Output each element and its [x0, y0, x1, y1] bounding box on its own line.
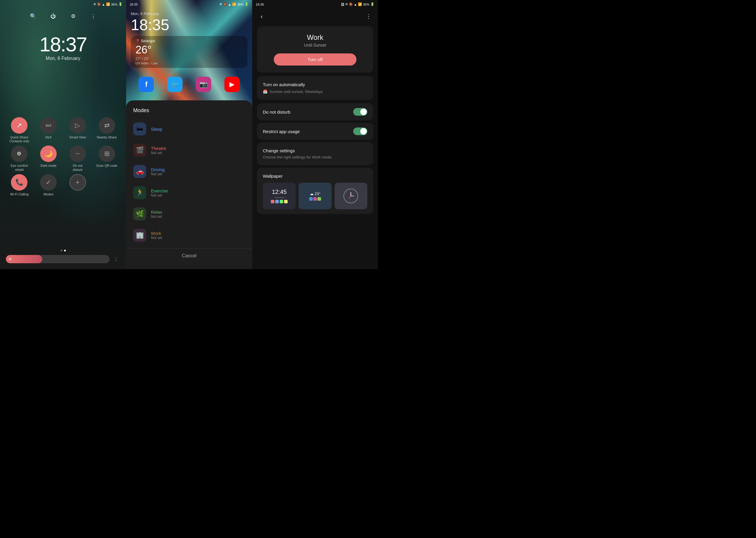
time-section: 18:37 Mon, 6 February: [0, 24, 126, 64]
quick-share-circle[interactable]: ↗: [11, 117, 28, 134]
facebook-icon: f: [145, 80, 147, 88]
control-quick-share[interactable]: ↗ Quick ShareContacts only: [6, 117, 33, 143]
mode-item-sleep[interactable]: 🛏 Sleep: [126, 118, 252, 139]
nearby-share-circle[interactable]: ⇄: [99, 117, 115, 134]
youtube-app-icon[interactable]: ▶: [224, 77, 240, 92]
wallpaper-analog-clock[interactable]: [335, 183, 367, 209]
auto-turn-on-section: Turn on automatically 📅 Sunrise until su…: [257, 76, 373, 100]
battery-3: 36%: [363, 3, 370, 6]
theatre-mode-status: Not set: [151, 151, 245, 155]
weather-wallpaper-text: ☁ 23°: [309, 191, 321, 196]
restrict-app-toggle[interactable]: [353, 128, 367, 135]
sleep-mode-name: Sleep: [151, 127, 245, 132]
control-modes[interactable]: ✓ Modes: [35, 174, 62, 196]
theatre-mode-text: Theatre Not set: [151, 146, 245, 155]
brightness-control[interactable]: ☀ ⋮: [6, 255, 120, 263]
battery-text: 36%: [111, 3, 118, 6]
brightness-menu-button[interactable]: ⋮: [112, 255, 120, 263]
add-icon: +: [76, 179, 80, 186]
control-dnd[interactable]: − Do notdisturb: [64, 145, 91, 172]
bluetooth-icon: ✲: [93, 2, 96, 6]
app-dot-3: [280, 200, 283, 203]
more-button[interactable]: ⋮: [88, 12, 98, 21]
brightness-fill: ☀: [6, 255, 42, 263]
control-smart-view[interactable]: ▷ Smart View: [64, 117, 91, 143]
mode-item-theatre[interactable]: 🎬 Theatre Not set: [126, 139, 252, 161]
twitter-icon: 🐦: [171, 81, 179, 88]
mute-icon-3: 🔕: [349, 2, 353, 6]
dex-circle[interactable]: DeX: [40, 117, 57, 134]
dnd-circle[interactable]: −: [69, 145, 86, 162]
signal-icon: 📶: [106, 2, 110, 6]
wifi-icon-3: ▲: [354, 3, 357, 6]
quick-share-icon: ↗: [17, 122, 22, 129]
turn-off-button[interactable]: Turn off: [274, 53, 356, 66]
app-dot-1: [271, 200, 274, 203]
change-settings-title: Change settings: [263, 148, 367, 153]
control-nearby-share[interactable]: ⇄ Nearby Share: [93, 117, 120, 143]
power-button[interactable]: ⏻: [48, 12, 58, 21]
wallpaper-weather[interactable]: ☁ 23°: [299, 183, 331, 209]
settings-button[interactable]: ⚙: [69, 12, 78, 21]
instagram-app-icon[interactable]: 📷: [196, 77, 211, 92]
brightness-sun-icon: ☀: [8, 257, 12, 261]
dnd-label: Do notdisturb: [73, 164, 83, 172]
do-not-disturb-row[interactable]: Do not disturb: [257, 103, 373, 120]
driving-mode-text: Driving Not set: [151, 167, 245, 176]
driving-icon: 🚗: [136, 168, 144, 175]
auto-turn-on-title: Turn on automatically: [263, 82, 367, 87]
weather-location: 📍 Selangor: [136, 39, 243, 43]
search-button[interactable]: 🔍: [29, 12, 38, 21]
quick-share-label: Quick ShareContacts only: [10, 135, 29, 143]
mode-item-relax[interactable]: 🌿 Relax Not set: [126, 203, 252, 225]
eye-comfort-label: Eye comfortshield: [11, 164, 28, 172]
location-pin-icon: 📍: [136, 39, 140, 43]
dark-mode-circle[interactable]: 🌙: [40, 145, 57, 162]
control-dark-mode[interactable]: 🌙 Dark mode: [35, 145, 62, 172]
smart-view-circle[interactable]: ▷: [69, 117, 86, 134]
twitter-app-icon[interactable]: 🐦: [167, 77, 183, 92]
brightness-slider[interactable]: ☀: [6, 255, 110, 263]
cancel-button[interactable]: Cancel: [126, 248, 252, 263]
back-button[interactable]: ‹: [257, 12, 266, 21]
mode-item-driving[interactable]: 🚗 Driving Not set: [126, 161, 252, 182]
mute-icon: 🔕: [97, 2, 101, 6]
control-scan-qr[interactable]: ⊞ Scan QR code: [93, 145, 120, 172]
control-eye-comfort[interactable]: 🅐 Eye comfortshield: [6, 145, 33, 172]
more-options-button[interactable]: ⋮: [364, 12, 373, 21]
weather-card: 📍 Selangor 26° 27° / 23° UV index : Low: [131, 36, 248, 68]
scan-qr-label: Scan QR code: [96, 164, 118, 168]
wallpaper-dark-clock[interactable]: 12:45: [263, 183, 296, 209]
add-circle[interactable]: +: [69, 174, 86, 190]
wifi-icon-2: ▲: [228, 3, 231, 6]
control-dex[interactable]: DeX DeX: [35, 117, 62, 143]
relax-mode-icon: 🌿: [133, 207, 146, 220]
instagram-icon: 📷: [199, 81, 207, 88]
wifi-calling-circle[interactable]: 📞: [11, 174, 28, 190]
scan-qr-icon: ⊞: [104, 150, 110, 158]
wifi-calling-label: Wi-Fi Calling: [10, 192, 29, 196]
sleep-mode-icon: 🛏: [133, 123, 146, 135]
work-mode-title: Work: [264, 33, 366, 42]
mode-item-exercise[interactable]: 🏃 Exercise Not set: [126, 182, 252, 203]
home-time: 18:35: [131, 16, 248, 34]
scan-qr-circle[interactable]: ⊞: [99, 145, 115, 162]
do-not-disturb-toggle[interactable]: [353, 108, 367, 116]
analog-clock-face: [343, 188, 358, 203]
eye-comfort-circle[interactable]: 🅐: [11, 145, 28, 162]
control-add[interactable]: +: [64, 174, 91, 196]
status-icons-2: ✲ 🔕 ▲ 📶 36% 🔋: [219, 2, 249, 6]
quick-controls-grid: ↗ Quick ShareContacts only DeX DeX ▷ Sma…: [0, 111, 126, 199]
modes-circle[interactable]: ✓: [40, 174, 57, 190]
facebook-app-icon[interactable]: f: [139, 77, 154, 92]
driving-mode-name: Driving: [151, 167, 245, 172]
weather-dot-2: [313, 197, 317, 201]
relax-mode-name: Relax: [151, 209, 245, 215]
control-wifi-calling[interactable]: 📞 Wi-Fi Calling: [6, 174, 33, 196]
eye-comfort-icon: 🅐: [17, 151, 21, 156]
dot-2: [64, 250, 66, 251]
dark-mode-label: Dark mode: [40, 164, 56, 168]
driving-mode-status: Not set: [151, 172, 245, 176]
restrict-app-row[interactable]: Restrict app usage: [257, 123, 373, 140]
mode-item-work[interactable]: 🏢 Work Not set: [126, 225, 252, 246]
